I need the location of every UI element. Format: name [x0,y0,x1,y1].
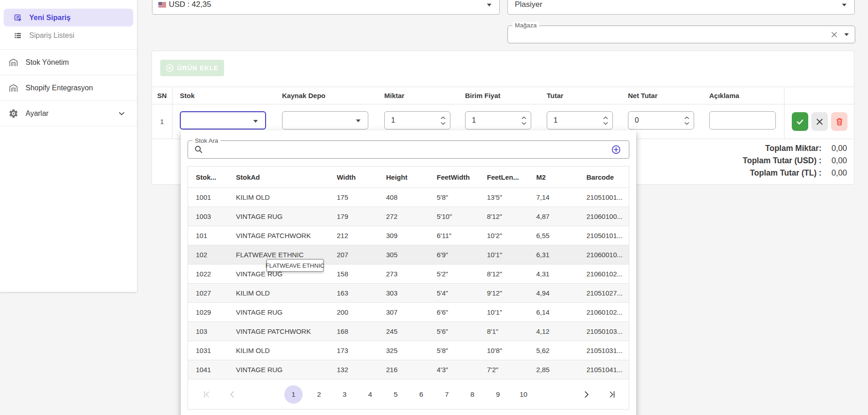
page-4[interactable]: 4 [361,385,379,404]
stok-row-1001[interactable]: 1001KILIM OLD1754085'8"13'5"7,1421051001… [188,187,629,207]
stok-cell: 325 [378,341,429,360]
kaynak-depo-select[interactable] [282,111,368,130]
stok-cell: 21050101... [579,226,629,245]
stok-column-header[interactable]: FeetWidth [429,166,479,187]
sidebar-item-shopify-entegrasyon[interactable]: Shopify Entegrasyon [0,75,137,100]
stok-search-field[interactable]: Stok Ara [188,140,629,159]
stok-cell: 21060102... [579,265,629,283]
stok-row-1031[interactable]: 1031KILIM OLD1733255'8"10'8"5,6221051031… [188,341,629,360]
birim-fiyat-input[interactable]: 1 [465,111,531,130]
miktar-input[interactable]: 1 [384,111,450,130]
us-flag-icon [158,2,166,8]
spin-up-icon [440,116,446,119]
order-column-header: Birim Fiyat [458,87,539,104]
stok-cell: 5'4" [429,284,479,302]
stok-cell: 8'12" [479,265,528,283]
sidebar-item-stok-yonetim[interactable]: Stok Yönetim [0,49,137,75]
spin-down-icon [684,122,690,125]
stok-column-header[interactable]: Stok... [188,166,228,187]
add-product-button[interactable]: ÜRÜN EKLE [160,60,224,76]
page-9[interactable]: 9 [489,385,507,404]
page-6[interactable]: 6 [412,385,430,404]
stok-row-1003[interactable]: 1003VINTAGE RUG1792725'10"8'12"4,8721060… [188,207,629,226]
stok-grid-pager: 12345678910 [188,379,629,409]
sidebar-item-yeni-siparis[interactable]: Yeni Sipariş [4,9,133,26]
spinner-icons[interactable] [440,112,446,129]
currency-select[interactable]: USD : 42,35 [152,0,500,15]
magaza-select[interactable]: Mağaza [507,26,855,43]
stok-cell: 8'12" [479,207,528,226]
stok-cell: 305 [378,245,429,264]
stok-column-header[interactable]: Barcode [579,166,629,187]
page-2[interactable]: 2 [310,385,328,404]
page-8[interactable]: 8 [463,385,481,404]
cancel-row-button[interactable] [811,112,828,131]
prev-page-icon[interactable] [228,390,236,399]
add-product-label: ÜRÜN EKLE [177,64,219,72]
stok-row-102[interactable]: 102FLATWEAVE ETHNIC2073056'9"10'1"6,3121… [188,245,629,264]
plus-circle-icon [166,64,174,72]
sidebar-item-label: Sipariş Listesi [29,31,74,40]
spin-up-icon [684,116,690,119]
order-column-header: Net Tutar [621,87,702,104]
spinner-icons[interactable] [603,112,608,129]
stok-cell: VINTAGE PATCHWORK [228,226,329,245]
tutar-input[interactable]: 1 [547,111,613,130]
page-7[interactable]: 7 [438,385,456,404]
stok-column-header[interactable]: M2 [528,166,579,187]
confirm-row-button[interactable] [792,112,808,131]
stok-cell: 5,62 [528,341,579,360]
page-3[interactable]: 3 [335,385,354,404]
last-page-icon[interactable] [607,389,617,399]
plasiyer-select[interactable]: Plasiyer [507,0,855,15]
order-column-header: Tutar [539,87,621,104]
sidebar-item-ayarlar[interactable]: Ayarlar [0,100,137,126]
stok-cell: 207 [329,245,378,264]
order-column-header: Stok [173,87,275,104]
stok-grid: Stok...StokAdWidthHeightFeetWidthFeetLen… [188,166,629,410]
delete-row-button[interactable] [831,112,847,131]
tutar-value: 1 [554,116,558,124]
stok-cell: 7,14 [528,188,579,207]
first-page-icon[interactable] [202,389,212,399]
page-10[interactable]: 10 [514,385,533,404]
stok-row-1041[interactable]: 1041VINTAGE RUG1322164'3"7'2"2,852105104… [188,360,629,379]
stok-row-103[interactable]: 103VINTAGE PATCHWORK1682455'6"8'1"4,1221… [188,322,629,341]
stok-search-input[interactable] [207,141,609,158]
stok-cell: 6,55 [528,226,579,245]
net-tutar-input[interactable]: 0 [628,111,694,130]
add-stok-icon[interactable] [611,145,621,155]
stok-cell: 4,31 [528,265,579,283]
stok-cell: 8'1" [479,322,528,341]
spinner-icons[interactable] [521,112,527,129]
stok-column-header[interactable]: FeetLen... [479,166,528,187]
sidebar-item-siparis-listesi[interactable]: Sipariş Listesi [4,26,133,44]
stok-row-101[interactable]: 101VINTAGE PATCHWORK2123096'11"10'2"6,55… [188,226,629,245]
spin-up-icon [603,116,608,119]
stok-cell: 6,31 [528,245,579,264]
stok-row-1029[interactable]: 1029VINTAGE RUG2003076'6"10'1"6,14210601… [188,302,629,322]
stok-cell: KILIM OLD [228,188,329,207]
stok-row-1027[interactable]: 1027KILIM OLD1633035'4"9'12"4,9421051027… [188,283,629,302]
stok-cell: 4'3" [429,360,479,379]
total-label: Toplam Tutar (USD) : [743,156,821,166]
stok-column-header[interactable]: StokAd [228,166,329,187]
spinner-icons[interactable] [684,112,690,129]
order-table-header: SNStokKaynak DepoMiktarBirim FiyatTutarN… [152,87,854,104]
clear-icon[interactable] [830,31,838,39]
page-5[interactable]: 5 [387,385,405,404]
next-page-icon[interactable] [582,390,591,399]
order-totals: Toplam Miktar:0,00Toplam Tutar (USD) :0,… [743,144,847,178]
order-column-header: Açıklama [702,87,784,104]
stok-column-header[interactable]: Width [329,166,378,187]
stok-column-header[interactable]: Height [378,166,429,187]
page-1[interactable]: 1 [284,385,303,404]
aciklama-input[interactable] [709,111,776,130]
stok-row-1022[interactable]: 1022VINTAGE RUG1582735'2"8'12"4,31210601… [188,264,629,283]
stok-cell: 408 [378,188,429,207]
stok-cell: 5'8" [429,341,479,360]
total-label: Toplam Tutar (TL) : [743,168,821,178]
total-value: 0,00 [821,168,847,178]
stok-select[interactable] [180,111,266,130]
chevron-down-icon [487,4,492,6]
